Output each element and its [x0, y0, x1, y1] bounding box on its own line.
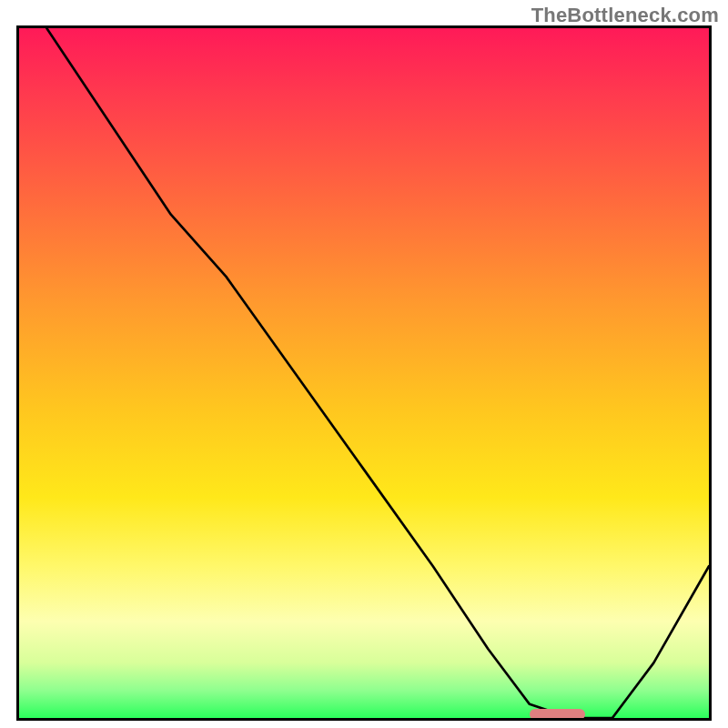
optimal-marker [530, 709, 585, 720]
watermark-text: TheBottleneck.com [531, 4, 719, 27]
chart-svg [19, 28, 709, 718]
chart-area [16, 25, 712, 721]
curve-path [46, 28, 709, 718]
